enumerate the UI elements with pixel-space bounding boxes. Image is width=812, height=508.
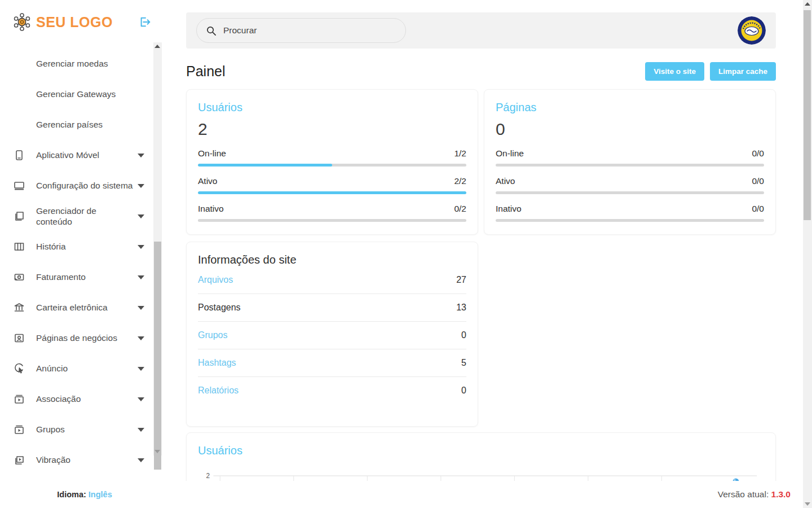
stat-row-label: On-line [496, 148, 752, 159]
stat-progress-row: Inativo0/2 [198, 204, 466, 222]
logo-text: SEU LOGO [36, 14, 139, 30]
search-input[interactable] [223, 25, 381, 36]
stat-progress-row: Inativo0/0 [496, 204, 764, 222]
scroll-down-icon[interactable] [155, 450, 160, 453]
menu-item-label: Aplicativo Móvel [36, 150, 133, 160]
menu-item-label: História [36, 241, 133, 252]
logo-network-icon [12, 12, 32, 32]
menu-item-icon [14, 271, 25, 283]
sidebar-menu-item[interactable]: Páginas de negócios [0, 323, 144, 353]
stat-row-label: Ativo [198, 176, 454, 186]
menu-item-label: Gerenciar Gateways [36, 89, 144, 99]
chevron-down-icon [138, 275, 144, 279]
progress-bar [198, 164, 466, 167]
menu-item-label: Gerenciador de conteúdo [36, 205, 133, 227]
search-box[interactable] [196, 18, 406, 43]
menu-item-label: Gerenciar países [36, 119, 144, 130]
sidebar-menu-item[interactable]: Gerenciar Gateways [0, 79, 144, 110]
menu-item-icon [14, 332, 25, 344]
site-info-label[interactable]: Arquivos [198, 275, 456, 285]
menu-item-label: Grupos [36, 424, 133, 435]
menu-item-icon [14, 454, 25, 466]
sidebar-menu-item[interactable]: Aplicativo Móvel [0, 140, 144, 170]
main-content: Painel Visite o site Limpar cache Usuári… [169, 0, 802, 481]
sidebar-scrollbar-thumb[interactable] [154, 242, 161, 470]
site-info-value: 0 [461, 330, 466, 340]
version-text: Versão atual: 1.3.0 [718, 489, 791, 500]
stat-row-label: Ativo [496, 176, 752, 186]
sidebar-menu-item[interactable]: Faturamento [0, 262, 144, 292]
site-info-card: Informações do site Arquivos 27 Postagen… [186, 242, 478, 427]
search-icon [206, 25, 217, 36]
language-label: Idioma: [57, 490, 86, 499]
site-info-row: Arquivos 27 [198, 266, 466, 294]
menu-item-icon [14, 393, 25, 405]
version-number: 1.3.0 [771, 489, 791, 499]
chevron-down-icon [138, 154, 144, 157]
stat-progress-row: Ativo0/0 [496, 176, 764, 194]
site-info-label: Postagens [198, 303, 456, 313]
page-title: Painel [186, 63, 639, 80]
stat-row-value: 0/0 [752, 176, 764, 186]
site-info-label[interactable]: Hashtags [198, 358, 461, 368]
stat-cards-row: Usuários 2 On-line1/2Ativo2/2Inativo0/2 … [186, 89, 776, 235]
logout-icon[interactable] [139, 16, 151, 28]
sidebar-menu-item[interactable]: História [0, 231, 144, 262]
menu-item-icon [14, 180, 25, 191]
language-link[interactable]: Inglês [89, 490, 112, 499]
progress-bar [496, 191, 764, 194]
stat-progress-row: On-line0/0 [496, 148, 764, 167]
site-info-label[interactable]: Relatórios [198, 386, 461, 396]
chevron-down-icon [138, 367, 144, 371]
site-info-row: Postagens 13 [198, 294, 466, 322]
stat-row-label: On-line [198, 148, 454, 159]
menu-item-icon [14, 424, 25, 435]
stat-row-value: 1/2 [454, 148, 466, 159]
page-scrollbar-thumb[interactable] [804, 10, 811, 220]
site-info-row: Grupos 0 [198, 322, 466, 349]
stat-row-label: Inativo [198, 204, 454, 214]
chevron-down-icon [138, 245, 144, 249]
stat-total: 0 [496, 120, 764, 139]
stat-row-value: 0/0 [752, 148, 764, 159]
site-info-value: 13 [456, 303, 466, 313]
clear-cache-button[interactable]: Limpar cache [710, 62, 776, 81]
sidebar-menu-item[interactable]: Gerenciar moedas [0, 49, 144, 79]
menu-item-icon [14, 150, 25, 161]
progress-bar [198, 219, 466, 222]
stat-card: Páginas 0 On-line0/0Ativo0/0Inativo0/0 [484, 89, 776, 235]
page-scrollbar[interactable] [803, 0, 812, 508]
menu-item-label: Gerenciar moedas [36, 58, 144, 69]
menu-item-label: Configuração do sistema [36, 180, 133, 191]
top-header-bar [186, 12, 776, 49]
sidebar-menu-item[interactable]: Gerenciador de conteúdo [0, 201, 144, 231]
site-info-label[interactable]: Grupos [198, 330, 461, 340]
chevron-down-icon [138, 397, 144, 401]
menu-item-label: Vibração [36, 454, 133, 465]
sidebar-menu-item[interactable]: Associação [0, 384, 144, 414]
chevron-down-icon [138, 458, 144, 462]
site-info-list: Arquivos 27 Postagens 13 Grupos 0 Hashta… [198, 266, 466, 404]
sidebar-menu-item[interactable]: Carteira eletrônica [0, 292, 144, 323]
visit-site-button[interactable]: Visite o site [645, 62, 704, 81]
stat-card-title: Páginas [496, 101, 764, 114]
page-scroll-up-icon[interactable] [805, 2, 810, 6]
scroll-up-icon[interactable] [155, 45, 160, 48]
sidebar-menu-item[interactable]: Grupos [0, 414, 144, 445]
stat-card-title: Usuários [198, 101, 466, 114]
stat-row-value: 2/2 [454, 176, 466, 186]
menu-item-label: Associação [36, 393, 133, 404]
sidebar-menu-item[interactable]: Configuração do sistema [0, 170, 144, 201]
sidebar-menu-item[interactable]: Vibração [0, 445, 144, 475]
menu-item-label: Faturamento [36, 271, 133, 282]
sidebar-scrollbar[interactable] [153, 42, 162, 456]
user-avatar[interactable] [738, 16, 766, 45]
page-scroll-down-icon[interactable] [805, 502, 810, 506]
sidebar-menu-item[interactable]: Gerenciar países [0, 110, 144, 140]
stat-row-value: 0/0 [752, 204, 764, 214]
sidebar-menu-item[interactable]: Anúncio [0, 353, 144, 384]
menu-item-icon [14, 363, 25, 374]
logo-row: SEU LOGO [0, 0, 169, 32]
progress-bar [496, 164, 764, 167]
title-row: Painel Visite o site Limpar cache [186, 62, 776, 81]
